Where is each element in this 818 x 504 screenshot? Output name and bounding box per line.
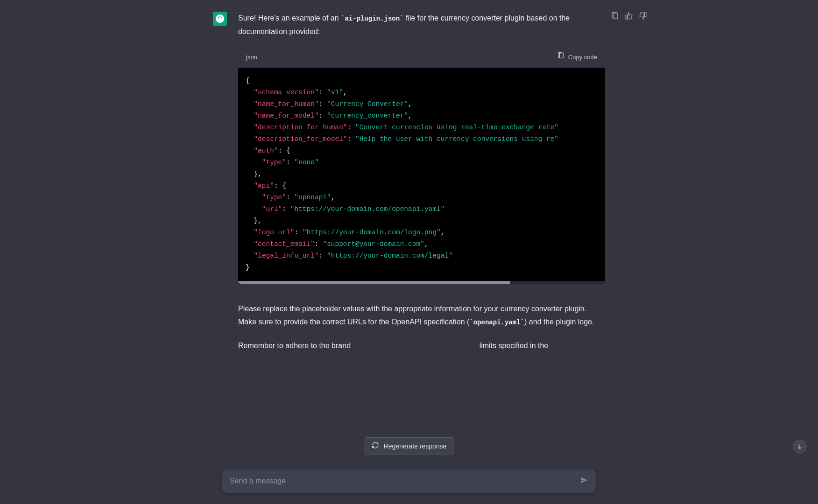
svg-rect-0 bbox=[559, 53, 563, 58]
copy-message-button[interactable] bbox=[611, 12, 619, 22]
scroll-to-bottom-button[interactable] bbox=[793, 440, 807, 454]
refresh-icon bbox=[372, 441, 379, 450]
thumbs-down-button[interactable] bbox=[639, 12, 647, 22]
arrow-down-icon bbox=[797, 443, 803, 450]
svg-rect-1 bbox=[614, 13, 618, 19]
message-text: Sure! Here's an example of an bbox=[238, 14, 341, 22]
clipboard-icon bbox=[611, 12, 619, 20]
code-content[interactable]: { "schema_version": "v1", "name_for_huma… bbox=[238, 68, 605, 281]
inline-code: `ai-plugin.json` bbox=[341, 15, 403, 22]
assistant-avatar bbox=[213, 12, 227, 26]
message-text: Remember to adhere to the brand limits s… bbox=[238, 339, 605, 352]
send-icon bbox=[580, 476, 588, 484]
copy-code-button[interactable]: Copy code bbox=[557, 51, 597, 64]
clipboard-icon bbox=[557, 51, 564, 64]
regenerate-label: Regenerate response bbox=[384, 442, 447, 450]
assistant-message: Sure! Here's an example of an `ai-plugin… bbox=[238, 12, 605, 363]
thumbs-up-icon bbox=[625, 12, 633, 20]
code-block: json Copy code { "schema_version": "v1",… bbox=[238, 47, 605, 284]
horizontal-scrollbar[interactable] bbox=[238, 281, 605, 284]
thumbs-up-button[interactable] bbox=[625, 12, 633, 22]
code-header: json Copy code bbox=[238, 47, 605, 68]
thumbs-down-icon bbox=[639, 12, 647, 20]
copy-code-label: Copy code bbox=[568, 51, 597, 64]
regenerate-response-button[interactable]: Regenerate response bbox=[365, 437, 454, 455]
send-button[interactable] bbox=[580, 476, 588, 486]
message-input[interactable] bbox=[230, 477, 580, 485]
scrollbar-thumb[interactable] bbox=[238, 281, 510, 284]
inline-code: `openapi.yaml` bbox=[469, 319, 524, 326]
code-language-label: json bbox=[246, 51, 257, 64]
message-text: ) and the plugin logo. bbox=[524, 318, 594, 326]
message-input-container[interactable] bbox=[222, 469, 596, 493]
